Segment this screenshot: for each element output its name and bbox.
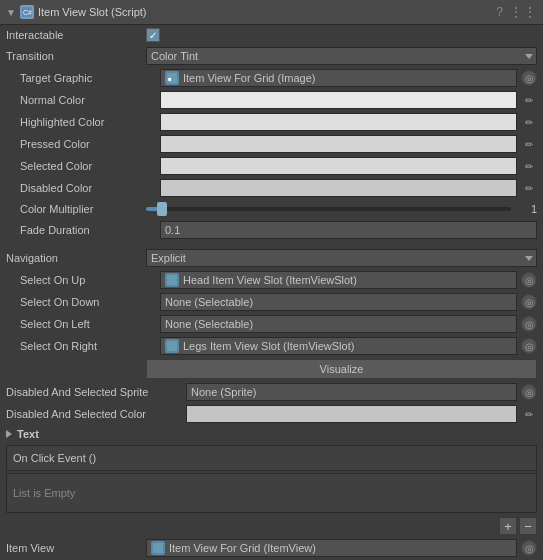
svg-rect-5: [167, 341, 177, 351]
disabled-selected-color-label: Disabled And Selected Color: [6, 408, 186, 420]
inspector-header: ▼ C# Item View Slot (Script) ? ⋮⋮: [0, 0, 543, 25]
add-item-button[interactable]: +: [499, 517, 517, 535]
select-on-up-value: Head Item View Slot (ItemViewSlot) ◎: [160, 271, 537, 289]
svg-text:■: ■: [168, 76, 172, 82]
select-on-left-picker[interactable]: ◎: [521, 316, 537, 332]
fade-duration-label: Fade Duration: [20, 224, 160, 236]
disabled-selected-color-row: Disabled And Selected Color ✏: [0, 403, 543, 425]
interactable-row: Interactable ✓: [0, 25, 543, 45]
select-on-up-picker[interactable]: ◎: [521, 272, 537, 288]
header-actions: ? ⋮⋮: [496, 4, 537, 20]
selected-color-row: Selected Color ✏: [0, 155, 543, 177]
item-view-label: Item View: [6, 542, 146, 554]
pressed-color-picker[interactable]: ✏: [521, 136, 537, 152]
svg-text:C#: C#: [23, 9, 32, 16]
navigation-dropdown[interactable]: Explicit: [146, 249, 537, 267]
target-graphic-icon: ■: [165, 71, 179, 85]
collapse-icon[interactable]: ▼: [6, 7, 16, 18]
navigation-label: Navigation: [6, 252, 146, 264]
select-on-right-picker[interactable]: ◎: [521, 338, 537, 354]
transition-row: Transition Color Tint: [0, 45, 543, 67]
color-multiplier-value: 1: [517, 203, 537, 215]
disabled-selected-sprite-value: None (Sprite) ◎: [186, 383, 537, 401]
disabled-selected-color-field[interactable]: [186, 405, 517, 423]
color-multiplier-thumb[interactable]: [157, 202, 167, 216]
item-view-field[interactable]: Item View For Grid (ItemView): [146, 539, 517, 557]
visualize-button[interactable]: Visualize: [146, 359, 537, 379]
pressed-color-field[interactable]: [160, 135, 517, 153]
header-title: Item View Slot (Script): [38, 6, 492, 18]
interactable-checkbox[interactable]: ✓: [146, 28, 160, 42]
select-on-down-picker[interactable]: ◎: [521, 294, 537, 310]
highlighted-color-label: Highlighted Color: [20, 116, 160, 128]
select-on-down-value: None (Selectable) ◎: [160, 293, 537, 311]
target-graphic-label: Target Graphic: [20, 72, 160, 84]
select-on-up-icon: [165, 273, 179, 287]
item-view-picker[interactable]: ◎: [521, 540, 537, 556]
list-empty-label: List is Empty: [13, 487, 75, 499]
select-on-right-label: Select On Right: [20, 340, 160, 352]
disabled-color-picker[interactable]: ✏: [521, 180, 537, 196]
highlighted-color-field[interactable]: [160, 113, 517, 131]
highlighted-color-value: ✏: [160, 113, 537, 131]
disabled-color-field[interactable]: [160, 179, 517, 197]
select-on-left-field[interactable]: None (Selectable): [160, 315, 517, 333]
on-click-event-label: On Click Event (): [13, 452, 96, 464]
pressed-color-value: ✏: [160, 135, 537, 153]
target-graphic-picker[interactable]: ◎: [521, 70, 537, 86]
highlighted-color-picker[interactable]: ✏: [521, 114, 537, 130]
normal-color-field[interactable]: [160, 91, 517, 109]
navigation-dropdown-arrow: [525, 256, 533, 261]
normal-color-value: ✏: [160, 91, 537, 109]
selected-color-label: Selected Color: [20, 160, 160, 172]
select-on-right-row: Select On Right Legs Item View Slot (Ite…: [0, 335, 543, 357]
color-multiplier-label: Color Multiplier: [20, 203, 140, 215]
item-view-value: Item View For Grid (ItemView) ◎: [146, 539, 537, 557]
transition-label: Transition: [6, 50, 146, 62]
select-on-right-field[interactable]: Legs Item View Slot (ItemViewSlot): [160, 337, 517, 355]
selected-color-picker[interactable]: ✏: [521, 158, 537, 174]
navigation-value: Explicit: [146, 249, 537, 267]
text-section-label: Text: [17, 428, 39, 440]
settings-icon[interactable]: ⋮⋮: [509, 4, 537, 20]
disabled-selected-sprite-picker[interactable]: ◎: [521, 384, 537, 400]
disabled-selected-sprite-field[interactable]: None (Sprite): [186, 383, 517, 401]
svg-rect-6: [153, 543, 163, 553]
select-on-up-field[interactable]: Head Item View Slot (ItemViewSlot): [160, 271, 517, 289]
disabled-color-label: Disabled Color: [20, 182, 160, 194]
selected-color-field[interactable]: [160, 157, 517, 175]
disabled-selected-color-picker[interactable]: ✏: [521, 406, 537, 422]
normal-color-row: Normal Color ✏: [0, 89, 543, 111]
disabled-color-row: Disabled Color ✏: [0, 177, 543, 199]
svg-rect-4: [167, 275, 177, 285]
script-icon: C#: [20, 5, 34, 19]
disabled-selected-sprite-label: Disabled And Selected Sprite: [6, 386, 186, 398]
select-on-up-row: Select On Up Head Item View Slot (ItemVi…: [0, 269, 543, 291]
normal-color-picker[interactable]: ✏: [521, 92, 537, 108]
selected-color-value: ✏: [160, 157, 537, 175]
select-on-left-row: Select On Left None (Selectable) ◎: [0, 313, 543, 335]
list-area: List is Empty: [6, 473, 537, 513]
item-view-row: Item View Item View For Grid (ItemView) …: [0, 537, 543, 559]
highlighted-color-row: Highlighted Color ✏: [0, 111, 543, 133]
color-multiplier-track[interactable]: [146, 207, 511, 211]
text-section-header[interactable]: Text: [0, 425, 543, 443]
disabled-selected-sprite-row: Disabled And Selected Sprite None (Sprit…: [0, 381, 543, 403]
select-on-left-value: None (Selectable) ◎: [160, 315, 537, 333]
remove-item-button[interactable]: −: [519, 517, 537, 535]
transition-dropdown[interactable]: Color Tint: [146, 47, 537, 65]
color-multiplier-row: Color Multiplier 1: [0, 199, 543, 219]
select-on-down-field[interactable]: None (Selectable): [160, 293, 517, 311]
target-graphic-value: ■ Item View For Grid (Image) ◎: [160, 69, 537, 87]
fade-duration-value: 0.1: [160, 221, 537, 239]
select-on-left-label: Select On Left: [20, 318, 160, 330]
target-graphic-field[interactable]: ■ Item View For Grid (Image): [160, 69, 517, 87]
pressed-color-label: Pressed Color: [20, 138, 160, 150]
on-click-event-area: On Click Event (): [6, 445, 537, 471]
help-icon[interactable]: ?: [496, 5, 503, 19]
item-view-icon: [151, 541, 165, 555]
select-on-right-value: Legs Item View Slot (ItemViewSlot) ◎: [160, 337, 537, 355]
transition-dropdown-arrow: [525, 54, 533, 59]
fade-duration-field[interactable]: 0.1: [160, 221, 537, 239]
pressed-color-row: Pressed Color ✏: [0, 133, 543, 155]
